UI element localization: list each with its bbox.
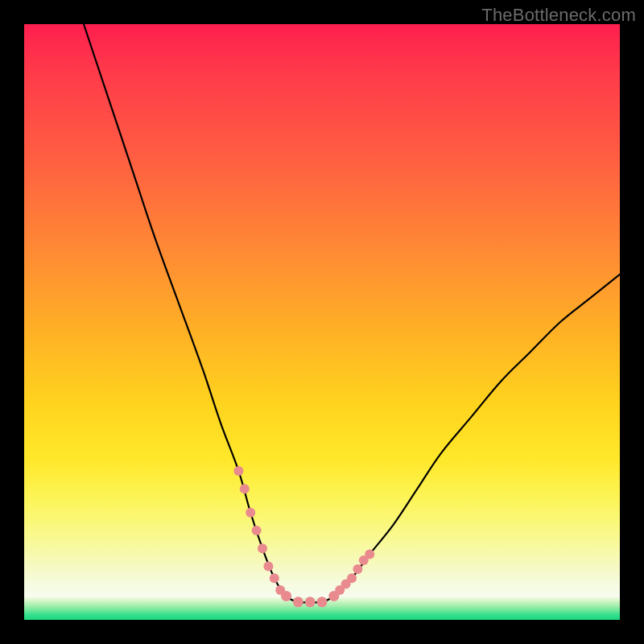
curve-dot	[246, 508, 255, 518]
curve-dot	[347, 573, 357, 583]
curve-dot	[270, 573, 279, 583]
curve-dot	[252, 526, 262, 535]
chart-svg	[24, 24, 620, 620]
bottleneck-curve	[84, 24, 620, 602]
curve-dot	[233, 466, 243, 476]
curve-dot	[353, 564, 362, 574]
curve-dot	[281, 591, 291, 601]
curve-dot-markers	[233, 466, 374, 607]
curve-dot	[317, 597, 328, 607]
chart-plot-area	[24, 24, 620, 620]
curve-dot	[263, 561, 273, 571]
curve-dot	[258, 543, 267, 553]
curve-dot	[305, 597, 316, 607]
curve-dot	[293, 597, 303, 607]
curve-dot	[365, 550, 374, 559]
watermark-text: TheBottleneck.com	[481, 5, 636, 26]
curve-dot	[240, 484, 250, 493]
